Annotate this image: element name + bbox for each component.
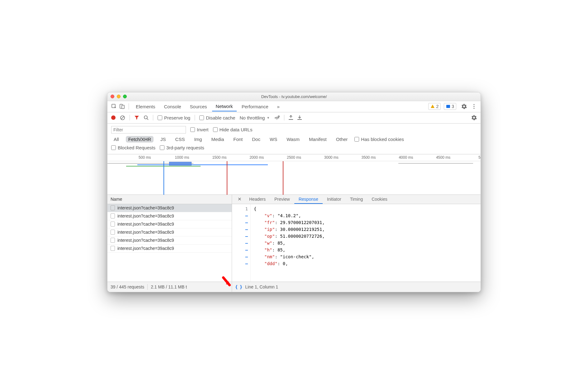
response-body[interactable]: 1–––––––– { "v": "4.10.2", "fr": 29.9700… [232, 204, 481, 282]
timeline-tick: 2000 ms [249, 155, 264, 160]
more-tabs-button[interactable]: » [273, 102, 283, 111]
svg-rect-14 [297, 119, 302, 120]
svg-line-10 [147, 119, 148, 120]
close-detail-button[interactable]: ✕ [235, 195, 245, 204]
filter-type-css[interactable]: CSS [173, 136, 187, 143]
detail-tab-cookies[interactable]: Cookies [367, 195, 392, 204]
svg-rect-3 [446, 105, 450, 108]
svg-point-4 [473, 104, 474, 105]
request-row[interactable]: interest.json?cache=39ac8c9 [107, 204, 232, 212]
import-har-icon[interactable] [289, 115, 293, 120]
blocked-requests-checkbox[interactable]: Blocked Requests [111, 145, 155, 150]
waterfall-overview[interactable]: 500 ms1000 ms1500 ms2000 ms2500 ms3000 m… [107, 154, 481, 195]
request-list: Name interest.json?cache=39ac8c9interest… [107, 195, 232, 282]
has-blocked-cookies-checkbox[interactable]: Has blocked cookies [354, 137, 404, 142]
name-column-header[interactable]: Name [107, 195, 232, 204]
detail-tab-initiator[interactable]: Initiator [323, 195, 346, 204]
svg-point-12 [278, 116, 279, 117]
device-toggle-icon[interactable] [119, 104, 126, 109]
document-icon [111, 230, 115, 235]
svg-line-8 [121, 116, 124, 119]
request-row[interactable]: interest.json?cache=39ac8c9 [107, 245, 232, 253]
tab-network[interactable]: Network [212, 102, 237, 111]
detail-tab-preview[interactable]: Preview [270, 195, 294, 204]
timeline-tick: 4500 ms [436, 155, 450, 160]
svg-point-5 [473, 106, 474, 107]
export-har-icon[interactable] [297, 115, 302, 120]
status-bar: 39 / 445 requests 2.1 MB / 11.1 MB t { }… [107, 282, 481, 292]
filter-type-js[interactable]: JS [158, 136, 168, 143]
timeline-tick: 1500 ms [212, 155, 226, 160]
timeline-tick: 1000 ms [175, 155, 189, 160]
timeline-tick: 2500 ms [287, 155, 301, 160]
tab-console[interactable]: Console [160, 102, 185, 111]
inspect-element-icon[interactable] [111, 104, 117, 109]
invert-checkbox[interactable]: Invert [190, 127, 209, 132]
filter-input[interactable] [111, 126, 186, 133]
filter-type-wasm[interactable]: Wasm [284, 136, 302, 143]
detail-tab-headers[interactable]: Headers [245, 195, 270, 204]
svg-point-9 [144, 116, 147, 119]
tab-performance[interactable]: Performance [238, 102, 272, 111]
titlebar: DevTools - tv.youtube.com/welcome/ [107, 92, 481, 101]
network-conditions-icon[interactable] [274, 115, 280, 120]
filter-icon[interactable] [134, 115, 139, 120]
traffic-lights [111, 95, 127, 98]
filter-type-fetchxhr[interactable]: Fetch/XHR [126, 136, 154, 143]
document-icon [111, 238, 115, 243]
transfer-size: 2.1 MB / 11.1 MB t [151, 284, 187, 289]
warnings-count: 2 [436, 104, 439, 109]
filter-type-doc[interactable]: Doc [249, 136, 263, 143]
minimize-window-button[interactable] [117, 95, 121, 98]
filter-type-font[interactable]: Font [231, 136, 245, 143]
request-row[interactable]: interest.json?cache=39ac8c9 [107, 236, 232, 245]
filter-type-all[interactable]: All [111, 136, 121, 143]
disable-cache-checkbox[interactable]: Disable cache [199, 115, 235, 120]
network-toolbar: Preserve log Disable cache No throttling… [107, 112, 481, 124]
svg-rect-13 [289, 119, 293, 120]
request-row[interactable]: interest.json?cache=39ac8c9 [107, 212, 232, 220]
filter-type-ws[interactable]: WS [267, 136, 280, 143]
warnings-badge[interactable]: 2 [428, 103, 441, 110]
pretty-print-button[interactable]: { } [235, 284, 242, 289]
search-icon[interactable] [144, 115, 149, 120]
filter-type-media[interactable]: Media [209, 136, 226, 143]
svg-point-11 [277, 119, 277, 120]
document-icon [111, 246, 115, 251]
network-settings-icon[interactable] [471, 115, 477, 120]
tab-elements[interactable]: Elements [132, 102, 159, 111]
timeline-tick: 3500 ms [362, 155, 376, 160]
close-window-button[interactable] [111, 95, 114, 98]
timeline-tick: 3000 ms [324, 155, 339, 160]
detail-tab-timing[interactable]: Timing [346, 195, 368, 204]
request-row[interactable]: interest.json?cache=39ac8c9 [107, 228, 232, 236]
main-panel: Name interest.json?cache=39ac8c9interest… [107, 195, 481, 282]
info-count: 3 [452, 104, 454, 109]
maximize-window-button[interactable] [123, 95, 127, 98]
third-party-checkbox[interactable]: 3rd-party requests [160, 145, 204, 150]
hide-data-urls-checkbox[interactable]: Hide data URLs [213, 127, 253, 132]
panel-tabs: ElementsConsoleSourcesNetworkPerformance… [107, 101, 481, 112]
detail-tab-response[interactable]: Response [294, 195, 323, 204]
clear-icon[interactable] [120, 115, 125, 120]
record-button[interactable] [111, 115, 116, 120]
document-icon [111, 213, 115, 218]
filter-type-other[interactable]: Other [334, 136, 350, 143]
request-detail: ✕ HeadersPreviewResponseInitiatorTimingC… [232, 195, 481, 282]
svg-point-6 [473, 108, 474, 109]
timeline-tick: 500 ms [139, 155, 151, 160]
detail-tabs: ✕ HeadersPreviewResponseInitiatorTimingC… [232, 195, 481, 204]
settings-icon[interactable] [461, 104, 467, 109]
filter-type-manifest[interactable]: Manifest [306, 136, 329, 143]
more-menu-icon[interactable] [471, 104, 477, 109]
throttling-select[interactable]: No throttling ▼ [239, 115, 270, 120]
info-badge[interactable]: 3 [444, 103, 456, 110]
cursor-position: Line 1, Column 1 [245, 284, 278, 289]
document-icon [111, 222, 115, 227]
tab-sources[interactable]: Sources [186, 102, 211, 111]
request-row[interactable]: interest.json?cache=39ac8c9 [107, 220, 232, 228]
timeline-tick: 4000 ms [399, 155, 413, 160]
filter-bar: Invert Hide data URLs AllFetch/XHRJSCSSI… [107, 124, 481, 154]
filter-type-img[interactable]: Img [192, 136, 204, 143]
preserve-log-checkbox[interactable]: Preserve log [158, 115, 190, 120]
